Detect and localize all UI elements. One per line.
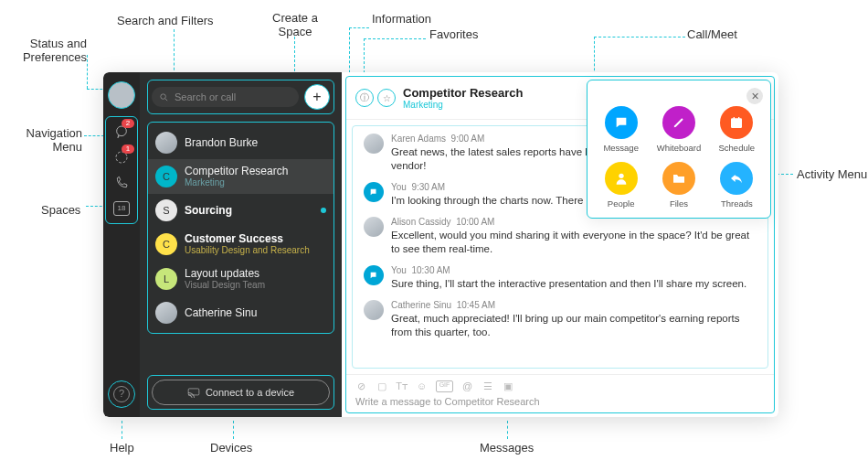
- message-avatar: [364, 217, 384, 237]
- message-text: Great, much appreciated! I'll bring up o…: [391, 312, 757, 339]
- space-name: Customer Success: [185, 232, 326, 245]
- message-avatar: [364, 300, 384, 320]
- space-subtitle: Marketing: [403, 100, 523, 110]
- space-item[interactable]: CCompetitor ResearchMarketing: [148, 159, 333, 194]
- message-text: Excellent, would you mind sharing it wit…: [391, 229, 757, 256]
- nav-teams-badge: 1: [122, 145, 134, 154]
- search-input[interactable]: Search or call: [152, 87, 299, 107]
- space-item[interactable]: SSourcing: [148, 194, 333, 227]
- create-space-button[interactable]: +: [304, 84, 330, 110]
- image-icon[interactable]: ▣: [502, 380, 513, 392]
- space-item[interactable]: CCustomer SuccessUsability Design and Re…: [148, 227, 333, 262]
- message-text: Sure thing, I'll start the interactive p…: [391, 277, 757, 291]
- folder-icon: [662, 162, 695, 195]
- annotation-messages: Messages: [480, 441, 534, 455]
- annotation-nav-menu: Navigation Menu: [20, 126, 82, 154]
- screen-icon[interactable]: ▢: [376, 380, 387, 392]
- message-item: Alison Cassidy 10:00 AMExcellent, would …: [364, 217, 757, 256]
- annotation-information: Information: [372, 12, 431, 26]
- space-avatar: S: [155, 199, 177, 221]
- devices-section: Connect to a device: [147, 375, 334, 410]
- space-title: Competitor Research: [403, 86, 523, 100]
- annotation-activity-menu: Activity Menu: [797, 167, 867, 181]
- annotation-devices: Devices: [210, 441, 252, 455]
- activity-label: Message: [603, 143, 639, 153]
- activity-files[interactable]: Files: [654, 162, 703, 209]
- emoji-icon[interactable]: ☺: [416, 380, 428, 392]
- app-window: 2 1 18 ? Search or call: [103, 72, 778, 417]
- space-name: Brandon Burke: [185, 136, 326, 149]
- spaces-list: Brandon BurkeCCompetitor ResearchMarketi…: [147, 122, 334, 334]
- person-icon: [605, 162, 638, 195]
- favorite-button[interactable]: ☆: [377, 89, 396, 107]
- svg-rect-3: [188, 389, 199, 395]
- composer-input[interactable]: Write a message to Competitor Research: [355, 396, 765, 407]
- nav-calendar-icon[interactable]: 18: [112, 199, 131, 218]
- activity-threads[interactable]: Threads: [713, 162, 761, 209]
- nav-chat-icon[interactable]: 2: [112, 123, 131, 141]
- annotation-create-space: Create a Space: [268, 11, 323, 38]
- spaces-panel: Search or call + Brandon BurkeCCompetito…: [140, 72, 342, 417]
- nav-menu-group: 2 1 18: [105, 116, 138, 224]
- help-button[interactable]: ?: [108, 380, 135, 408]
- cast-icon: [187, 387, 200, 398]
- activity-people[interactable]: People: [597, 162, 645, 209]
- message-avatar: [364, 182, 384, 202]
- annotation-help: Help: [110, 441, 134, 455]
- search-and-create-bar: Search or call +: [147, 80, 334, 114]
- nav-chat-badge: 2: [122, 119, 134, 128]
- annotation-spaces: Spaces: [41, 203, 80, 217]
- annotation-search-filters: Search and Filters: [117, 14, 214, 27]
- message-item: You 10:30 AMSure thing, I'll start the i…: [364, 265, 757, 291]
- search-icon: [159, 92, 169, 102]
- space-name: Layout updates: [185, 267, 326, 280]
- navigation-sidebar: 2 1 18 ?: [103, 72, 140, 417]
- message-meta: Catherine Sinu 10:45 AM: [391, 300, 757, 310]
- connect-device-button[interactable]: Connect to a device: [152, 380, 330, 405]
- activity-label: Files: [670, 198, 688, 209]
- format-icon[interactable]: Tᴛ: [396, 380, 408, 392]
- message-avatar: [364, 265, 384, 285]
- info-button[interactable]: ⓘ: [355, 89, 374, 107]
- activity-schedule[interactable]: Schedule: [713, 106, 761, 153]
- composer-toolbar: ⊘ ▢ Tᴛ ☺ GIF @ ☰ ▣: [355, 380, 765, 392]
- svg-rect-5: [731, 118, 742, 128]
- connect-device-label: Connect to a device: [206, 387, 294, 398]
- space-sub: Usability Design and Research: [185, 245, 326, 256]
- space-sub: Marketing: [185, 177, 326, 188]
- space-avatar: [155, 302, 177, 324]
- pen-icon: [662, 106, 695, 139]
- space-item[interactable]: LLayout updatesVisual Design Team: [148, 262, 333, 296]
- svg-point-6: [619, 174, 623, 178]
- profile-avatar[interactable]: [108, 81, 135, 109]
- annotation-status-prefs: Status and Preferences: [5, 37, 87, 64]
- activity-whiteboard[interactable]: Whiteboard: [654, 106, 703, 153]
- unread-dot: [321, 208, 326, 213]
- mention-icon[interactable]: @: [461, 380, 473, 392]
- gif-icon[interactable]: GIF: [436, 380, 453, 392]
- space-avatar: C: [155, 233, 177, 255]
- close-activity-button[interactable]: ✕: [746, 88, 763, 104]
- space-name: Sourcing: [185, 204, 313, 217]
- svg-point-2: [161, 93, 166, 99]
- reply-icon: [720, 162, 753, 195]
- activity-label: Schedule: [719, 143, 756, 153]
- space-item[interactable]: Brandon Burke: [148, 126, 333, 159]
- annotation-call-meet: Call/Meet: [687, 27, 737, 41]
- activity-label: Whiteboard: [657, 143, 702, 153]
- attach-icon[interactable]: ⊘: [355, 380, 367, 392]
- nav-teams-icon[interactable]: 1: [112, 148, 131, 166]
- message-item: Catherine Sinu 10:45 AMGreat, much appre…: [364, 300, 757, 339]
- activity-menu: ✕ MessageWhiteboardSchedulePeopleFilesTh…: [587, 80, 771, 219]
- message-meta: You 10:30 AM: [391, 265, 757, 275]
- activity-label: Threads: [721, 198, 753, 209]
- space-avatar: [155, 132, 177, 154]
- activity-message[interactable]: Message: [597, 106, 645, 153]
- space-item[interactable]: Catherine Sinu: [148, 296, 333, 329]
- personal-icon[interactable]: ☰: [482, 380, 493, 392]
- star-icon: ☆: [383, 93, 391, 103]
- space-name: Competitor Research: [185, 165, 326, 177]
- nav-call-icon[interactable]: [112, 174, 131, 192]
- annotation-favorites: Favorites: [429, 27, 478, 41]
- message-composer: ⊘ ▢ Tᴛ ☺ GIF @ ☰ ▣ Write a message to Co…: [346, 374, 774, 412]
